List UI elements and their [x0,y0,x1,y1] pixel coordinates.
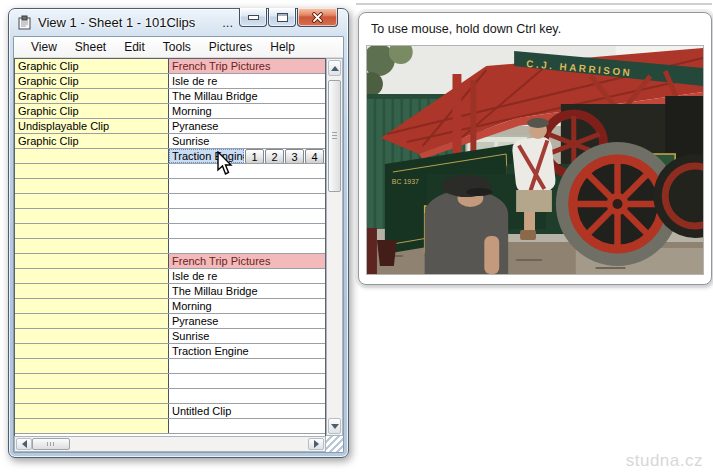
clip-name-cell[interactable]: Traction Engine1234 [169,149,325,163]
clip-photo: C.J. HARRISON BC 1937 [366,45,704,275]
table-row [15,194,325,209]
clip-name-cell[interactable]: The Millau Bridge [169,284,325,298]
page-button-4[interactable]: 4 [305,149,324,163]
clip-type-cell[interactable] [15,269,169,283]
scroll-left-button[interactable] [16,438,32,450]
maximize-button[interactable] [268,8,296,27]
clip-name-cell[interactable]: French Trip Pictures [169,254,325,268]
background-window-edge [356,3,712,5]
menu-bar: View Sheet Edit Tools Pictures Help [14,37,343,58]
clip-type-cell[interactable] [15,164,169,178]
title-bar[interactable]: View 1 - Sheet 1 - 101Clips ... [9,9,348,36]
page-button-1[interactable]: 1 [245,149,264,163]
clip-type-cell[interactable] [15,299,169,313]
clip-name-cell[interactable]: Traction Engine [169,344,325,358]
clip-type-cell[interactable] [15,374,169,388]
clip-name-cell[interactable]: Isle de re [169,74,325,88]
clip-type-cell[interactable]: Graphic Clip [15,89,169,103]
clip-name-cell[interactable] [169,164,325,178]
clip-type-cell[interactable] [15,149,169,163]
horizontal-scroll-thumb[interactable] [32,438,70,450]
clip-type-cell[interactable] [15,359,169,373]
window-title: View 1 - Sheet 1 - 101Clips [38,15,195,30]
thumb-grip-icon [47,442,56,446]
menu-item-help[interactable]: Help [261,38,304,56]
clip-type-cell[interactable]: Graphic Clip [15,74,169,88]
scroll-up-button[interactable] [328,60,341,76]
clip-type-cell[interactable] [15,284,169,298]
clip-name-cell[interactable]: Morning [169,299,325,313]
table-row: Isle de re [15,269,325,284]
clip-type-cell[interactable]: Graphic Clip [15,134,169,148]
table-row: Traction Engine [15,344,325,359]
vertical-scrollbar[interactable] [326,58,343,436]
table-row: French Trip Pictures [15,254,325,269]
close-button[interactable] [297,8,338,27]
arrow-right-icon [314,440,319,448]
clip-type-cell[interactable] [15,389,169,403]
clipboard-app-icon [17,15,32,30]
page-button-2[interactable]: 2 [265,149,284,163]
clip-name-cell[interactable]: Morning [169,104,325,118]
table-row: Untitled Clip [15,404,325,419]
horizontal-scrollbar[interactable] [14,436,326,452]
clip-type-cell[interactable] [15,194,169,208]
clip-type-cell[interactable] [15,344,169,358]
title-overflow-dots: ... [222,15,233,30]
clip-name-cell[interactable] [169,359,325,373]
clip-type-cell[interactable] [15,209,169,223]
menu-item-sheet[interactable]: Sheet [66,38,115,56]
clip-name-cell[interactable]: Sunrise [169,134,325,148]
table-row: Traction Engine1234 [15,149,325,164]
table-row [15,209,325,224]
scroll-down-button[interactable] [328,418,341,434]
watermark: studna.cz [626,451,703,471]
clip-type-cell[interactable] [15,329,169,343]
clip-name-cell[interactable] [169,224,325,238]
clip-name-cell[interactable]: Sunrise [169,329,325,343]
clip-type-cell[interactable] [15,224,169,238]
clip-type-cell[interactable] [15,404,169,418]
traction-engine-photo-illustration: C.J. HARRISON BC 1937 [367,46,703,274]
menu-item-tools[interactable]: Tools [154,38,200,56]
clip-name-cell[interactable] [169,419,325,433]
clip-name-cell[interactable]: The Millau Bridge [169,89,325,103]
table-row: Pyranese [15,314,325,329]
table-row: Graphic ClipIsle de re [15,74,325,89]
clip-name-cell[interactable]: Pyranese [169,314,325,328]
clip-type-cell[interactable] [15,254,169,268]
table-row [15,389,325,404]
scroll-right-button[interactable] [308,438,324,450]
clip-name-cell[interactable]: Pyranese [169,119,325,133]
window-body: View Sheet Edit Tools Pictures Help Grap… [13,36,344,453]
vertical-scroll-thumb[interactable] [328,80,341,192]
table-row: Graphic ClipMorning [15,104,325,119]
mouse-hint-text: To use mouse, hold down Ctrl key. [359,13,711,36]
menu-item-edit[interactable]: Edit [115,38,154,56]
menu-item-view[interactable]: View [22,38,66,56]
clip-type-cell[interactable] [15,314,169,328]
page-button-3[interactable]: 3 [285,149,304,163]
clip-name-cell[interactable] [169,239,325,253]
clip-name-cell[interactable]: French Trip Pictures [169,59,325,73]
resize-grip[interactable] [326,436,343,452]
clip-name-cell[interactable]: Isle de re [169,269,325,283]
clip-type-cell[interactable] [15,179,169,193]
menu-item-pictures[interactable]: Pictures [200,38,261,56]
clips-window: View 1 - Sheet 1 - 101Clips ... View She… [8,8,349,458]
clip-type-cell[interactable]: Undisplayable Clip [15,119,169,133]
clip-name-cell[interactable] [169,374,325,388]
clip-name-cell[interactable] [169,179,325,193]
clip-table: Graphic ClipFrench Trip PicturesGraphic … [14,58,326,436]
clip-name-cell[interactable]: Untitled Clip [169,404,325,418]
clip-name-cell[interactable] [169,209,325,223]
clip-name-cell[interactable] [169,194,325,208]
clip-type-cell[interactable] [15,239,169,253]
maximize-icon [277,13,288,22]
table-row: Undisplayable ClipPyranese [15,119,325,134]
clip-type-cell[interactable] [15,419,169,433]
minimize-button[interactable] [239,8,267,27]
clip-type-cell[interactable]: Graphic Clip [15,59,169,73]
clip-name-cell[interactable] [169,389,325,403]
clip-type-cell[interactable]: Graphic Clip [15,104,169,118]
